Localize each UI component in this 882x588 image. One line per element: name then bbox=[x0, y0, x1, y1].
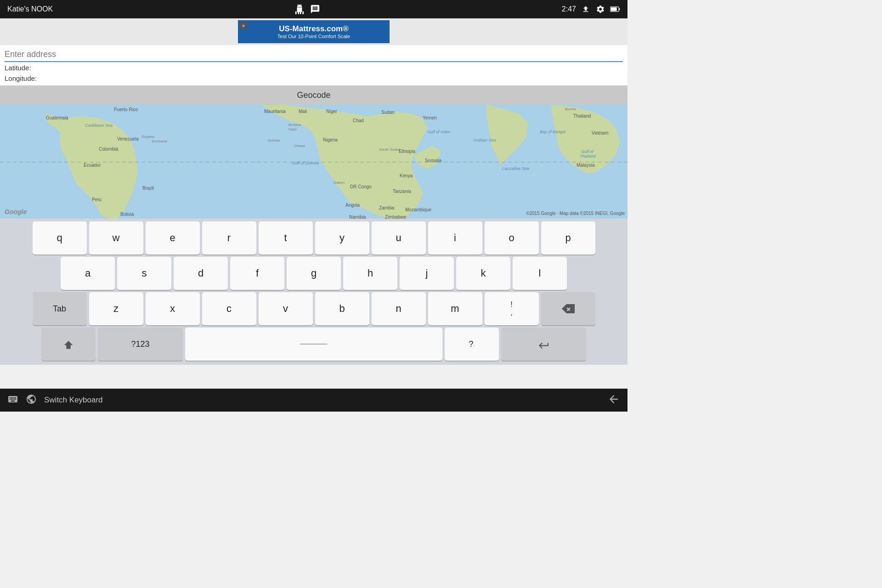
chat-icon bbox=[310, 4, 320, 14]
keyboard-row-3: Tab z x c v b n m !, bbox=[2, 292, 626, 325]
svg-text:Puerto Rico: Puerto Rico bbox=[114, 107, 138, 112]
svg-text:Thailand: Thailand bbox=[573, 113, 591, 119]
key-space[interactable] bbox=[185, 328, 442, 361]
key-y[interactable]: y bbox=[315, 221, 369, 254]
key-h[interactable]: h bbox=[343, 257, 397, 290]
key-k[interactable]: k bbox=[456, 257, 510, 290]
svg-text:Tanzania: Tanzania bbox=[393, 189, 411, 194]
keyboard-row-1: q w e r t y u i o p bbox=[2, 221, 626, 254]
svg-text:Sudan: Sudan bbox=[381, 110, 395, 115]
key-n[interactable]: n bbox=[372, 292, 426, 325]
address-container bbox=[0, 45, 628, 62]
svg-rect-2 bbox=[611, 7, 616, 11]
map-copyright: ©2015 Google · Map data ©2015 INEGI, Goo… bbox=[526, 211, 625, 216]
key-i[interactable]: i bbox=[428, 221, 482, 254]
key-b[interactable]: b bbox=[315, 292, 369, 325]
ad-logo: US-Mattress.com® bbox=[277, 24, 350, 34]
svg-text:Namibia: Namibia bbox=[349, 215, 366, 219]
svg-text:Arabian Sea: Arabian Sea bbox=[473, 138, 496, 142]
svg-text:Brazil: Brazil bbox=[142, 186, 154, 191]
coords-display: Latitude: Longitude: bbox=[0, 62, 628, 85]
switch-keyboard-label: Switch Keyboard bbox=[44, 396, 103, 405]
key-p[interactable]: p bbox=[541, 221, 595, 254]
svg-text:Suriname: Suriname bbox=[152, 139, 168, 143]
key-s[interactable]: s bbox=[117, 257, 171, 290]
ad-text: US-Mattress.com® Test Our 10-Point Comfo… bbox=[277, 24, 350, 39]
key-question[interactable]: ?. bbox=[445, 328, 499, 361]
key-g[interactable]: g bbox=[287, 257, 341, 290]
geocode-button[interactable]: Geocode bbox=[0, 85, 628, 105]
svg-text:Venezuela: Venezuela bbox=[117, 136, 139, 141]
key-l[interactable]: l bbox=[513, 257, 567, 290]
svg-text:Gulf of: Gulf of bbox=[581, 149, 594, 154]
ad-close-button[interactable]: × bbox=[240, 22, 247, 29]
android-icon bbox=[294, 4, 305, 14]
key-u[interactable]: u bbox=[372, 221, 426, 254]
svg-text:Guatemala: Guatemala bbox=[46, 115, 68, 120]
key-a[interactable]: a bbox=[61, 257, 115, 290]
svg-text:South Sudan: South Sudan bbox=[379, 147, 400, 152]
latitude-label: Latitude: bbox=[5, 63, 623, 74]
battery-icon bbox=[610, 4, 620, 14]
key-w[interactable]: w bbox=[89, 221, 143, 254]
svg-text:Malaysia: Malaysia bbox=[577, 163, 595, 168]
key-j[interactable]: j bbox=[400, 257, 454, 290]
svg-text:Niger: Niger bbox=[326, 109, 338, 114]
status-bar: Katie's NOOK 2:47 bbox=[0, 0, 628, 18]
svg-text:Nigeria: Nigeria bbox=[323, 137, 338, 142]
svg-rect-64 bbox=[300, 344, 328, 345]
key-t[interactable]: t bbox=[259, 221, 313, 254]
key-z[interactable]: z bbox=[89, 292, 143, 325]
svg-text:Guinea: Guinea bbox=[268, 138, 280, 142]
globe-icon[interactable] bbox=[26, 394, 37, 407]
key-punct[interactable]: !, bbox=[485, 292, 539, 325]
svg-text:Mauritania: Mauritania bbox=[264, 109, 286, 114]
key-e[interactable]: e bbox=[146, 221, 200, 254]
svg-text:Somalia: Somalia bbox=[425, 158, 442, 163]
svg-text:Guyana: Guyana bbox=[141, 135, 155, 139]
keyboard-row-4: ?123 ?. bbox=[2, 328, 626, 361]
svg-text:Thailand: Thailand bbox=[580, 154, 596, 158]
svg-text:Colombia: Colombia bbox=[99, 147, 119, 152]
svg-text:Bay of Bengal: Bay of Bengal bbox=[540, 130, 566, 134]
key-d[interactable]: d bbox=[174, 257, 228, 290]
svg-text:Bolivia: Bolivia bbox=[120, 212, 134, 217]
svg-text:Chad: Chad bbox=[353, 118, 364, 123]
key-enter[interactable] bbox=[501, 328, 586, 361]
svg-text:Yemen: Yemen bbox=[423, 115, 437, 120]
keyboard-icon[interactable] bbox=[7, 394, 18, 407]
svg-text:Gabon: Gabon bbox=[334, 181, 345, 185]
key-tab[interactable]: Tab bbox=[33, 292, 87, 325]
key-m[interactable]: m bbox=[428, 292, 482, 325]
address-input[interactable] bbox=[5, 48, 623, 62]
device-name: Katie's NOOK bbox=[7, 5, 53, 13]
svg-text:Vietnam: Vietnam bbox=[592, 130, 609, 136]
svg-text:Gulf of Aden: Gulf of Aden bbox=[427, 130, 450, 134]
key-f[interactable]: f bbox=[230, 257, 284, 290]
key-x[interactable]: x bbox=[146, 292, 200, 325]
key-shift[interactable] bbox=[41, 328, 96, 361]
key-o[interactable]: o bbox=[485, 221, 539, 254]
key-r[interactable]: r bbox=[202, 221, 256, 254]
svg-text:Angola: Angola bbox=[345, 203, 360, 208]
svg-text:Mali: Mali bbox=[299, 109, 307, 114]
svg-text:Zambia: Zambia bbox=[379, 205, 395, 210]
svg-text:Burkina: Burkina bbox=[288, 123, 301, 127]
key-v[interactable]: v bbox=[259, 292, 313, 325]
key-symbols[interactable]: ?123 bbox=[98, 328, 183, 361]
svg-text:Ecuador: Ecuador bbox=[84, 163, 101, 168]
map-area: Puerto Rico Guatemala Caribbean Sea Vene… bbox=[0, 105, 628, 219]
right-status-icons: 2:47 bbox=[562, 4, 620, 14]
key-c[interactable]: c bbox=[202, 292, 256, 325]
svg-text:Zimbabwe: Zimbabwe bbox=[385, 215, 407, 219]
key-q[interactable]: q bbox=[33, 221, 87, 254]
svg-text:Mozambique: Mozambique bbox=[405, 207, 432, 212]
svg-text:Caribbean Sea: Caribbean Sea bbox=[85, 123, 113, 128]
svg-text:Google: Google bbox=[5, 208, 27, 215]
svg-rect-1 bbox=[619, 8, 620, 10]
svg-text:Kenya: Kenya bbox=[400, 173, 413, 178]
svg-text:Burma: Burma bbox=[565, 107, 576, 111]
key-backspace[interactable] bbox=[541, 292, 595, 325]
bottom-bar: Switch Keyboard bbox=[0, 389, 628, 412]
ad-subtext: Test Our 10-Point Comfort Scale bbox=[277, 34, 350, 39]
